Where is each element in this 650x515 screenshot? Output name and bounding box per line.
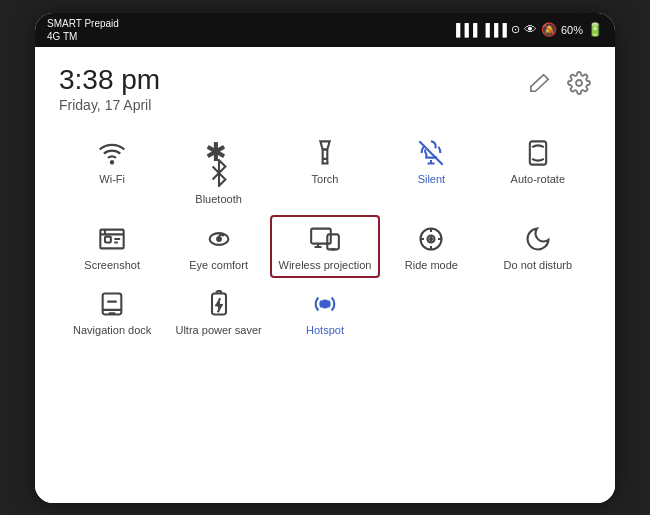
carrier-info: SMART Prepaid 4G TM [47,17,119,43]
bluetooth-label: Bluetooth [195,192,241,206]
tile-bluetooth[interactable]: ✱ Bluetooth [165,131,271,210]
svg-point-1 [111,161,113,163]
ride-mode-icon [417,225,445,253]
do-not-disturb-label: Do not disturb [504,258,572,272]
svg-rect-23 [109,312,116,314]
quick-tiles-grid: Wi-Fi ✱ Bluetooth [59,131,591,341]
tile-hotspot[interactable]: Hotspot [272,282,378,341]
navigation-dock-label: Navigation dock [73,323,151,337]
time-actions [529,71,591,95]
wireless-projection-icon [310,225,340,253]
svg-rect-2 [323,150,328,159]
network-type: 4G TM [47,30,119,43]
phone-frame: SMART Prepaid 4G TM ▐▐▐ ▐▐▐ ⊙ 👁 🔕 60% 🔋 … [35,13,615,503]
tile-eye-comfort[interactable]: Eye comfort [165,217,271,276]
ultra-power-saver-icon [205,290,233,318]
wifi-label: Wi-Fi [99,172,125,186]
tile-ride-mode[interactable]: Ride mode [378,217,484,276]
eye-comfort-icon [205,225,233,253]
tile-wireless-projection[interactable]: Wireless projection [272,217,378,276]
ultra-power-saver-label: Ultra power saver [175,323,261,337]
signal-bars2-icon: ▐▐▐ [481,23,507,37]
svg-point-0 [576,80,582,86]
tile-do-not-disturb[interactable]: Do not disturb [485,217,591,276]
hotspot-label: Hotspot [306,323,344,337]
battery-icon: 🔋 [587,22,603,37]
silent-icon [417,139,445,167]
svg-rect-15 [327,234,339,249]
do-not-disturb-icon [524,225,552,253]
svg-rect-21 [103,293,122,314]
auto-rotate-icon [524,139,552,167]
wireless-projection-label: Wireless projection [279,258,372,272]
tile-auto-rotate[interactable]: Auto-rotate [485,131,591,210]
current-time: 3:38 pm [59,65,160,96]
tile-silent[interactable]: Silent [378,131,484,210]
auto-rotate-label: Auto-rotate [511,172,565,186]
tile-screenshot[interactable]: Screenshot [59,217,165,276]
eye-icon: 👁 [524,22,537,37]
screenshot-icon [98,225,126,253]
screenshot-label: Screenshot [84,258,140,272]
time-info: 3:38 pm Friday, 17 April [59,65,160,114]
silent-label: Silent [418,172,446,186]
carrier-name: SMART Prepaid [47,17,119,30]
settings-button[interactable] [567,71,591,95]
tile-navigation-dock[interactable]: Navigation dock [59,282,165,341]
tile-torch[interactable]: Torch [272,131,378,210]
torch-icon [311,139,339,167]
signal-bars-icon: ▐▐▐ [452,23,478,37]
eye-comfort-label: Eye comfort [189,258,248,272]
notification-panel: 3:38 pm Friday, 17 April [35,47,615,503]
svg-point-31 [321,300,328,307]
status-icons: ▐▐▐ ▐▐▐ ⊙ 👁 🔕 60% 🔋 [452,22,603,37]
mute-icon: 🔕 [541,22,557,37]
tile-wifi[interactable]: Wi-Fi [59,131,165,210]
status-bar: SMART Prepaid 4G TM ▐▐▐ ▐▐▐ ⊙ 👁 🔕 60% 🔋 [35,13,615,47]
edit-button[interactable] [529,72,551,94]
svg-point-13 [216,236,222,242]
battery-percent: 60% [561,24,583,36]
time-row: 3:38 pm Friday, 17 April [59,65,591,114]
tile-ultra-power-saver[interactable]: Ultra power saver [165,282,271,341]
current-date: Friday, 17 April [59,97,160,113]
wifi-status-icon: ⊙ [511,23,520,36]
wifi-icon [98,139,126,167]
bluetooth-icon: ✱ [205,139,233,187]
svg-rect-9 [105,236,111,242]
hotspot-icon [311,290,339,318]
ride-mode-label: Ride mode [405,258,458,272]
navigation-dock-icon [98,290,126,318]
torch-label: Torch [312,172,339,186]
